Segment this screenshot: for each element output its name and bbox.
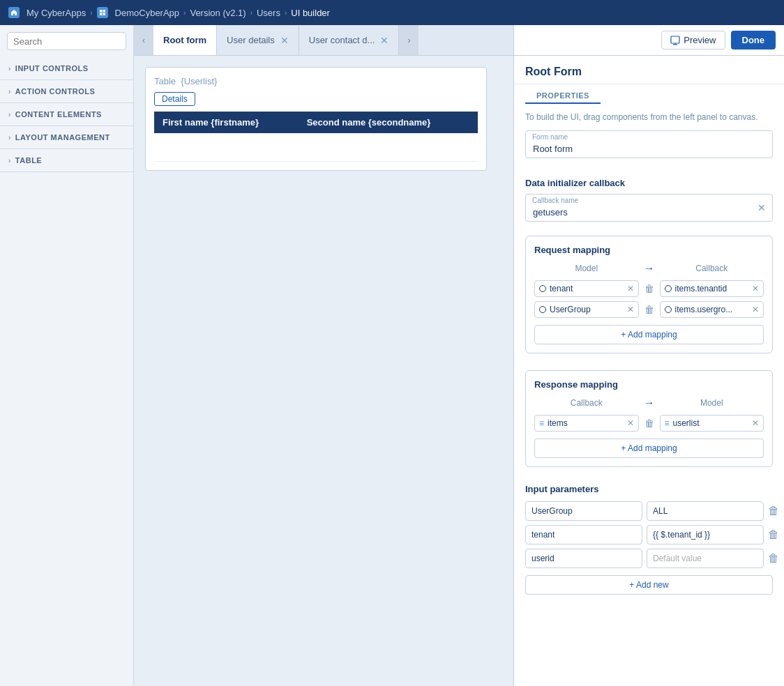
request-callback-label: Callback xyxy=(660,264,764,273)
done-button[interactable]: Done xyxy=(731,31,776,49)
callback-name-label: Callback name xyxy=(532,197,578,204)
preview-icon xyxy=(670,36,680,45)
response-add-mapping-btn[interactable]: + Add mapping xyxy=(534,439,764,458)
request-model-field-2[interactable]: UserGroup ✕ xyxy=(534,301,639,318)
preview-button[interactable]: Preview xyxy=(661,31,725,49)
tab-user-details-close[interactable]: ✕ xyxy=(280,36,289,45)
callback-clear-icon[interactable]: ✕ xyxy=(757,202,766,213)
request-callback-field-1[interactable]: items.tenantid ✕ xyxy=(660,280,764,297)
details-button[interactable]: Details xyxy=(154,92,195,106)
tab-nav-right[interactable]: › xyxy=(399,25,419,55)
table-col-2: Second name {secondname} xyxy=(299,112,478,133)
preview-label: Preview xyxy=(684,35,716,45)
param-delete-2[interactable]: 🗑 xyxy=(768,528,779,541)
top-right-actions: Preview Done xyxy=(513,25,784,56)
circle-icon-cb-1 xyxy=(665,285,672,292)
nav-app[interactable]: DemoCyberApp xyxy=(115,8,180,18)
sidebar-section-header-table[interactable]: › TABLE xyxy=(0,149,133,172)
header-row: ‹ Root form User details ✕ User contact … xyxy=(134,25,784,56)
param-row-2: 🗑 xyxy=(525,525,773,544)
right-panel: Root Form PROPERTIES To build the UI, dr… xyxy=(513,56,784,686)
response-mapping-box: Response mapping Callback → Model ≡ item… xyxy=(525,370,773,467)
tab-user-contact-close[interactable]: ✕ xyxy=(380,36,389,45)
tab-user-details[interactable]: User details ✕ xyxy=(217,25,299,55)
response-model-clear-1[interactable]: ✕ xyxy=(752,418,759,428)
tab-user-contact[interactable]: User contact d... ✕ xyxy=(299,25,400,55)
request-model-clear-1[interactable]: ✕ xyxy=(627,284,634,294)
request-mapping-box: Request mapping Model → Callback tenant … xyxy=(525,236,773,353)
request-model-value-1: tenant xyxy=(550,284,624,294)
nav-chevron-1: › xyxy=(90,9,92,17)
table-widget[interactable]: Table {Userlist} Details First name {fir… xyxy=(145,67,487,171)
sidebar-section-layout-management[interactable]: › LAYOUT MANAGEMENT xyxy=(0,126,133,149)
sidebar-section-action-controls[interactable]: › ACTION CONTROLS xyxy=(0,80,133,103)
param-key-2[interactable] xyxy=(525,525,642,544)
nav-home[interactable]: My CyberApps xyxy=(27,8,86,18)
response-callback-field-1[interactable]: ≡ items ✕ xyxy=(534,415,639,432)
sidebar-section-label-action-controls: ACTION CONTROLS xyxy=(15,87,95,96)
table-preview: First name {firstname} Second name {seco… xyxy=(154,112,478,162)
param-delete-3[interactable]: 🗑 xyxy=(768,552,779,565)
circle-icon-2 xyxy=(539,306,546,313)
response-model-value-1: userlist xyxy=(673,418,748,428)
tab-root-form[interactable]: Root form xyxy=(153,25,217,55)
input-parameters-section: Input parameters 🗑 🗑 🗑 xyxy=(514,484,784,606)
request-model-clear-2[interactable]: ✕ xyxy=(627,305,634,314)
response-model-field-1[interactable]: ≡ userlist ✕ xyxy=(660,415,764,432)
search-input[interactable] xyxy=(13,36,130,47)
response-callback-clear-1[interactable]: ✕ xyxy=(627,418,634,428)
param-value-2[interactable] xyxy=(647,525,764,544)
response-arrow-header: → xyxy=(639,397,660,409)
form-name-label: Form name xyxy=(532,133,568,141)
tab-user-details-label: User details xyxy=(227,35,275,45)
nav-chevron-4: › xyxy=(285,9,287,17)
sidebar-section-header-input-controls[interactable]: › INPUT CONTROLS xyxy=(0,57,133,79)
param-key-3[interactable] xyxy=(525,549,642,568)
request-model-field-1[interactable]: tenant ✕ xyxy=(534,280,639,297)
request-callback-value-1: items.tenantid xyxy=(675,284,749,294)
chevron-icon-layout-management: › xyxy=(8,134,11,142)
sidebar-section-header-content-elements[interactable]: › CONTENT ELEMENTS xyxy=(0,103,133,125)
circle-icon-1 xyxy=(539,285,546,292)
svg-rect-4 xyxy=(671,36,679,43)
request-delete-1[interactable]: 🗑 xyxy=(642,283,657,294)
circle-icon-cb-2 xyxy=(665,306,672,313)
sidebar-section-header-action-controls[interactable]: › ACTION CONTROLS xyxy=(0,80,133,102)
canvas-area: Table {Userlist} Details First name {fir… xyxy=(134,56,513,686)
param-value-3[interactable] xyxy=(647,549,764,568)
response-mapping-headers: Callback → Model xyxy=(534,397,764,409)
param-value-1[interactable] xyxy=(647,501,764,521)
nav-chevron-2: › xyxy=(183,9,186,17)
app-icon xyxy=(97,7,108,18)
request-add-mapping-btn[interactable]: + Add mapping xyxy=(534,325,764,344)
svg-rect-0 xyxy=(100,10,103,13)
svg-rect-2 xyxy=(100,13,103,16)
right-panel-title: Root Form xyxy=(514,56,784,84)
nav-version[interactable]: Version (v2.1) xyxy=(190,8,246,18)
response-callback-value-1: items xyxy=(548,418,623,428)
sidebar-section-table[interactable]: › TABLE xyxy=(0,149,133,172)
tab-root-form-label: Root form xyxy=(163,35,206,45)
response-delete-1[interactable]: 🗑 xyxy=(642,418,657,429)
param-key-1[interactable] xyxy=(525,501,642,521)
sidebar-section-header-layout-management[interactable]: › LAYOUT MANAGEMENT xyxy=(0,126,133,148)
request-model-value-2: UserGroup xyxy=(550,305,624,314)
add-new-param-btn[interactable]: + Add new xyxy=(525,575,773,595)
response-callback-label: Callback xyxy=(534,398,639,408)
properties-label: PROPERTIES xyxy=(525,84,601,104)
search-container: 🔍 xyxy=(7,32,126,50)
callback-section-title: Data initializer callback xyxy=(525,178,773,188)
tab-nav-left[interactable]: ‹ xyxy=(134,25,153,55)
tab-user-contact-label: User contact d... xyxy=(309,35,375,45)
request-callback-field-2[interactable]: items.usergro... ✕ xyxy=(660,301,764,318)
callback-name-field: Callback name ✕ xyxy=(525,194,773,222)
request-callback-clear-1[interactable]: ✕ xyxy=(752,284,759,294)
request-delete-2[interactable]: 🗑 xyxy=(642,304,657,315)
sidebar-section-content-elements[interactable]: › CONTENT ELEMENTS xyxy=(0,103,133,126)
table-binding: {Userlist} xyxy=(181,76,217,86)
param-row-1: 🗑 xyxy=(525,501,773,521)
nav-users[interactable]: Users xyxy=(257,8,280,18)
sidebar-section-input-controls[interactable]: › INPUT CONTROLS xyxy=(0,57,133,80)
request-callback-clear-2[interactable]: ✕ xyxy=(752,305,759,314)
param-delete-1[interactable]: 🗑 xyxy=(768,505,779,517)
